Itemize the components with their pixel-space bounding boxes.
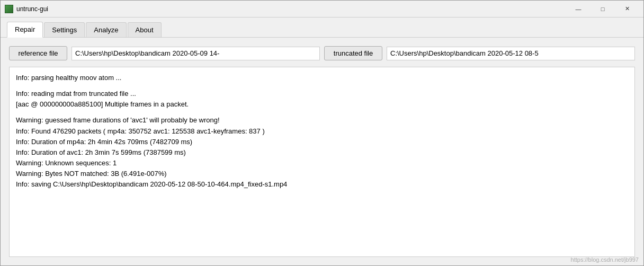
content-area: reference file truncated file Info: pars… xyxy=(1,38,643,265)
title-bar-controls: — □ ✕ xyxy=(566,2,639,16)
title-bar-left: untrunc-gui xyxy=(5,5,48,13)
log-area[interactable]: Info: parsing healthy moov atom ...Info:… xyxy=(9,67,635,257)
log-line: Warning: Unknown sequences: 1 xyxy=(16,158,628,169)
log-line: Info: Duration of avc1: 2h 3min 7s 599ms… xyxy=(16,147,628,158)
maximize-button[interactable]: □ xyxy=(591,2,615,16)
reference-file-input[interactable] xyxy=(71,47,320,60)
log-line: Info: Found 476290 packets ( mp4a: 35075… xyxy=(16,126,628,137)
main-window: untrunc-gui — □ ✕ Repair Settings Analyz… xyxy=(0,0,644,266)
truncated-file-input[interactable] xyxy=(387,47,635,60)
log-line: Info: saving C:\Users\hp\Desktop\bandica… xyxy=(16,179,628,190)
log-line: [aac @ 000000000a885100] Multiple frames… xyxy=(16,99,628,110)
log-line: Info: reading mdat from truncated file .… xyxy=(16,88,628,99)
tab-settings[interactable]: Settings xyxy=(44,22,85,37)
log-line: Warning: Bytes NOT matched: 3B (6.491e-0… xyxy=(16,169,628,179)
app-icon xyxy=(5,5,13,13)
reference-file-button[interactable]: reference file xyxy=(9,46,67,60)
minimize-button[interactable]: — xyxy=(566,2,591,16)
tab-repair[interactable]: Repair xyxy=(7,22,43,38)
close-button[interactable]: ✕ xyxy=(615,2,639,16)
title-bar: untrunc-gui — □ ✕ xyxy=(1,1,643,17)
log-line: Warning: guessed frame durations of 'avc… xyxy=(16,115,628,126)
tab-about[interactable]: About xyxy=(128,22,162,37)
tab-analyze[interactable]: Analyze xyxy=(86,22,126,37)
truncated-file-button[interactable]: truncated file xyxy=(324,46,382,60)
window-title: untrunc-gui xyxy=(16,5,48,13)
tab-bar: Repair Settings Analyze About xyxy=(1,17,643,38)
log-line: Info: parsing healthy moov atom ... xyxy=(16,73,628,83)
log-line: Info: Duration of mp4a: 2h 4min 42s 709m… xyxy=(16,137,628,147)
file-row: reference file truncated file xyxy=(9,46,635,60)
